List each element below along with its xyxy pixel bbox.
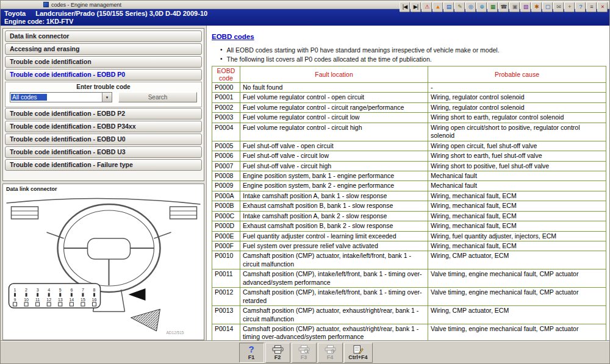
column-header: Fault location [240,66,428,83]
trouble-code-combo[interactable]: All codes ▼ [10,92,112,102]
code-cell: P0004 [212,123,240,141]
code-cell: P000A [212,191,240,201]
table-header-row: EOBD codeFault locationProbable cause [212,66,606,83]
sidebar-item-trouble-code-identification-eobd-u3[interactable]: Trouble code identification - EOBD U3 [5,146,202,158]
edit-icon[interactable]: ✎ [454,2,465,12]
sidebar-item-trouble-code-identification-eobd-p0[interactable]: Trouble code identification - EOBD P0 [5,69,202,80]
footer-button-f4[interactable]: F4 [318,343,343,363]
footer-button-ctrl-f4[interactable]: Ctrl+F4 [344,343,373,363]
hazard-icon[interactable]: ▲ [432,2,443,12]
fault-cell: Camshaft position (CMP) actuator, exhaus… [240,324,428,342]
trouble-code-search-panel: Enter trouble code All codes ▼ Search [5,82,202,107]
fault-cell: Camshaft position (CMP) actuator, intake… [240,251,428,269]
combo-dropdown-button[interactable]: ▼ [102,93,112,102]
data-link-connector-diagram: 12345678910111213141516 AD12/515 [3,192,204,336]
phone-icon[interactable]: ☎ [498,2,509,12]
pin-4: 4 [48,288,50,292]
cause-cell: Wiring open circuit/short to positive, r… [428,123,606,141]
table-row: P0000No fault found- [212,83,606,93]
printer-preview-icon [298,345,310,354]
pointer-arrow [129,288,146,301]
close-icon[interactable]: × [597,2,608,12]
pin-1: 1 [14,288,16,292]
mail-icon[interactable]: ✉ [553,2,564,12]
bulletin-icon[interactable]: ▤ [443,2,454,12]
footer-button-f1[interactable]: ?F1 [239,343,264,363]
sidebar-item-trouble-code-identification-eobd-p34xx[interactable]: Trouble code identification - EOBD P34xx [5,121,202,132]
table-row: P000CIntake camshaft position A, bank 2 … [212,211,606,221]
code-cell: P0012 [212,288,240,306]
table-row: P000DExhaust camshaft position B, bank 2… [212,221,606,231]
table-row: P0006Fuel shut-off valve - circuit lowWi… [212,151,606,161]
fault-cell: Fuel volume regulator control - circuit … [240,123,428,141]
column-header: EOBD code [212,66,240,83]
pin-5: 5 [59,288,62,292]
table-row: P000AIntake camshaft position A, bank 1 … [212,191,606,201]
content-area: Data link connectorAccessing and erasing… [1,26,610,342]
code-cell: P0003 [212,113,240,123]
pin-8: 8 [93,288,96,292]
footer-buttons: ?F1F2F3F4Ctrl+F4 [239,343,373,363]
screen-icon[interactable]: ▢ [542,2,553,12]
pin-9: 9 [14,298,16,302]
fault-cell: Fuel volume regulator control - circuit … [240,113,428,123]
sidebar-item-trouble-code-identification[interactable]: Trouble code identification [5,56,202,68]
code-cell: P000D [212,221,240,231]
cause-cell: Wiring, CMP actuator, ECM [428,251,606,269]
printer-setup-icon [325,345,336,354]
cause-cell: Wiring, regulator control solenoid [428,93,606,102]
pin-contact [37,293,38,297]
combo-selected-value: All codes [10,93,102,102]
pin-2: 2 [25,288,27,292]
fault-cell: Fuel volume regulator control - circuit … [240,102,428,112]
sidebar-item-accessing-and-erasing[interactable]: Accessing and erasing [5,43,202,55]
pin-14: 14 [69,298,74,302]
footer-button-label: F3 [301,354,307,360]
nav-first-icon[interactable]: |◀ [400,2,410,12]
table-row: P000BExhaust camshaft position B, bank 1… [212,201,606,211]
pin-12: 12 [46,298,51,302]
table-row: P0012Camshaft position (CMP), intake/lef… [212,288,606,306]
table-row: P0005Fuel shut-off valve - open circuitW… [212,141,606,151]
code-cell: P000E [212,231,240,241]
nav-last-icon[interactable]: ▶| [411,2,421,12]
window-title: codes - Engine management [51,2,121,8]
fault-cell: Engine position system, bank 1 - engine … [240,171,428,180]
vehicle-brand: Toyota [4,10,26,17]
add-icon[interactable]: + [564,2,575,12]
code-cell: P0007 [212,161,240,171]
footer-button-label: Ctrl+F4 [348,354,367,360]
warning-icon[interactable]: ⚠ [422,2,432,12]
window-icon [43,2,49,7]
diagram-icon[interactable]: ▧ [520,2,531,12]
globe-icon[interactable]: ⊕ [476,2,487,12]
cause-cell: Wiring, CMP actuator, ECM [428,306,606,324]
code-cell: P0002 [212,102,240,112]
search-button[interactable]: Search [118,92,197,102]
toolbar: |◀▶|⚠▲▤✎◎⊕▦☎▣▧✱▢✉+?≡× [400,2,608,12]
footer-button-f3[interactable]: F3 [292,343,317,363]
search-icon[interactable]: ◎ [465,2,476,12]
pin-7: 7 [82,288,84,292]
settings-icon[interactable]: ✱ [531,2,542,12]
table-row: P0007Fuel shut-off valve - circuit highW… [212,161,606,171]
fault-cell: Fuel shut-off valve - open circuit [240,141,428,151]
code-cell: P0011 [212,269,240,288]
cause-cell: Wiring, mechanical fault, ECM [428,201,606,211]
footer-button-f2[interactable]: F2 [265,343,290,363]
code-cell: P0008 [212,171,240,180]
pin-contact [71,293,73,297]
cause-cell: Wiring, fuel quantity adjuster, injector… [428,231,606,241]
code-cell: P0013 [212,306,240,324]
menu-icon[interactable]: ≡ [586,2,597,12]
cause-cell: Valve timing, engine mechanical fault, C… [428,324,606,342]
sidebar-item-trouble-code-identification-eobd-p2[interactable]: Trouble code identification - EOBD P2 [5,108,202,120]
cause-cell: Wiring, mechanical fault, ECM [428,191,606,201]
sidebar-item-trouble-code-identification-failure-type[interactable]: Trouble code identification - Failure ty… [5,159,202,171]
help-icon[interactable]: ? [575,2,586,12]
sidebar-item-trouble-code-identification-eobd-u0[interactable]: Trouble code identification - EOBD U0 [5,134,202,145]
fault-cell: Fuel quantity adjuster control - learnin… [240,231,428,241]
grid-icon[interactable]: ▦ [487,2,498,12]
photo-icon[interactable]: ▣ [509,2,520,12]
sidebar-item-data-link-connector[interactable]: Data link connector [5,30,202,42]
